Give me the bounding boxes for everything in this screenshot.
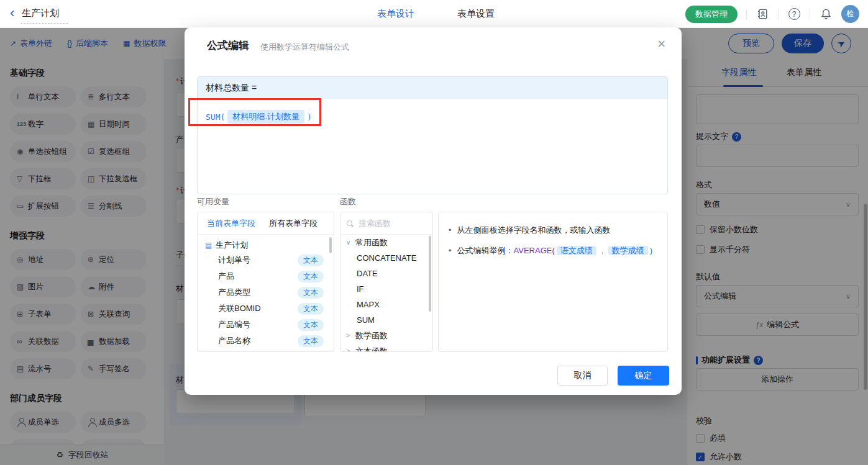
type-badge: 文本 (298, 319, 324, 331)
functions-panel: ∨ 常用函数 CONCATENATE DATE IF MAPX SUM > 数学… (340, 212, 433, 352)
annotation-highlight-box (188, 98, 321, 126)
chevron-right-icon: > (346, 348, 352, 352)
function-group-text[interactable]: > 文本函数 (340, 343, 432, 352)
formula-editor-modal: 公式编辑 使用数学运算符编辑公式 × 材料总数量 = SUM( 材料明细.计划数… (185, 27, 682, 395)
tab-form-settings[interactable]: 表单设置 (457, 8, 495, 20)
variables-tree-root[interactable]: ▤ 生产计划 (198, 235, 334, 252)
back-icon[interactable]: ‹ (10, 7, 14, 19)
variable-row[interactable]: 产品类型文本 (198, 284, 334, 300)
hint-line-1: • 从左侧面板选择字段名和函数，或输入函数 (449, 224, 657, 237)
function-search[interactable] (340, 212, 432, 235)
type-badge: 文本 (298, 335, 324, 347)
user-avatar[interactable]: 检 (841, 5, 859, 23)
tab-all-form-fields[interactable]: 所有表单字段 (269, 218, 318, 229)
hint-line-2: • 公式编辑举例：AVERAGE(语文成绩，数学成绩) (449, 245, 657, 257)
type-badge: 文本 (298, 271, 324, 282)
variables-scrollbar[interactable] (329, 237, 332, 253)
chevron-right-icon: > (346, 332, 352, 339)
notification-bell-icon[interactable] (819, 7, 833, 21)
function-item[interactable]: SUM (340, 312, 432, 328)
hint-panel: • 从左侧面板选择字段名和函数，或输入函数 • 公式编辑举例：AVERAGE(语… (438, 212, 668, 352)
bullet-icon: • (449, 245, 452, 257)
example-field-chip: 语文成绩 (557, 246, 596, 255)
cancel-button[interactable]: 取消 (557, 366, 608, 386)
modal-title: 公式编辑 (207, 38, 249, 53)
type-badge: 文本 (298, 287, 324, 299)
type-badge: 文本 (298, 255, 324, 266)
header-right-cluster: 数据管理 ? 检 (685, 0, 859, 28)
function-group-common[interactable]: ∨ 常用函数 (340, 235, 432, 250)
confirm-button[interactable]: 确定 (618, 366, 669, 386)
data-manage-button[interactable]: 数据管理 (685, 6, 738, 23)
variable-row[interactable]: 计划单号文本 (198, 252, 334, 268)
formula-target: 材料总数量 = (198, 77, 667, 99)
document-icon: ▤ (205, 241, 212, 250)
function-group-math[interactable]: > 数学函数 (340, 328, 432, 343)
bullet-icon: • (449, 224, 452, 237)
divider (810, 9, 810, 19)
example-field-chip: 数学成绩 (608, 246, 648, 255)
tab-form-design[interactable]: 表单设计 (377, 8, 414, 20)
variable-row[interactable]: 产品文本 (198, 268, 334, 284)
functions-scrollbar[interactable] (429, 236, 431, 312)
modal-subtitle: 使用数学运算符编辑公式 (260, 42, 349, 53)
variable-row[interactable]: 产品名称文本 (198, 333, 334, 349)
variable-row[interactable]: 关联BOMID文本 (198, 300, 334, 317)
function-item[interactable]: MAPX (340, 297, 432, 312)
function-item[interactable]: CONCATENATE (340, 250, 432, 266)
divider (746, 9, 747, 19)
example-function: AVERAGE( (514, 246, 555, 255)
variables-panel: 当前表单字段 所有表单字段 ▤ 生产计划 计划单号文本 产品文本 产品类型文本 … (197, 212, 334, 352)
search-icon (347, 220, 353, 227)
top-header: ‹ 生产计划 表单设计 表单设置 数据管理 ? (0, 0, 868, 28)
function-item[interactable]: DATE (340, 266, 432, 281)
contacts-book-icon[interactable] (756, 7, 769, 21)
type-badge: 文本 (298, 303, 324, 315)
function-search-input[interactable] (359, 219, 421, 228)
page-title[interactable]: 生产计划 (21, 7, 68, 24)
divider (778, 9, 779, 19)
variable-row[interactable]: 产品编号文本 (198, 317, 334, 333)
functions-panel-label: 函数 (340, 196, 356, 207)
close-icon[interactable]: × (657, 36, 665, 52)
tab-current-form-fields[interactable]: 当前表单字段 (207, 218, 255, 229)
chevron-down-icon: ∨ (346, 239, 352, 246)
variables-panel-label: 可用变量 (197, 196, 229, 207)
variables-tabs: 当前表单字段 所有表单字段 (198, 212, 334, 235)
form-designer-app: ‹ 生产计划 表单设计 表单设置 数据管理 ? (0, 0, 868, 465)
function-item[interactable]: IF (340, 281, 432, 297)
formula-editor-area[interactable]: 材料总数量 = SUM( 材料明细.计划数量 ) (197, 76, 668, 194)
help-icon[interactable]: ? (787, 7, 801, 21)
